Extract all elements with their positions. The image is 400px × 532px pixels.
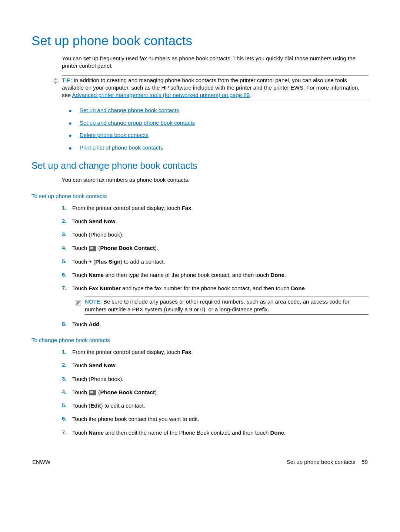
page-footer: ENWW Set up phone book contacts 59 — [31, 459, 369, 465]
step-number: 4. — [62, 389, 72, 395]
step-number: 1. — [62, 348, 72, 355]
footer-left: ENWW — [32, 459, 50, 465]
step-number: 4. — [62, 244, 72, 251]
toc-link[interactable]: Print a list of phone book contacts — [80, 144, 163, 151]
tip-text-after: . — [250, 92, 251, 98]
step-number: 7. — [62, 429, 72, 435]
bullet-dot: ● — [69, 120, 80, 127]
bullet-dot: ● — [69, 132, 80, 139]
step-text: Touch Name and then type the name of the… — [72, 271, 369, 279]
step-text: Touch (Phone Book Contact). — [72, 244, 369, 252]
toc-link[interactable]: Set up and change group phone book conta… — [80, 120, 195, 126]
tip-icon — [49, 77, 62, 86]
step-number: 3. — [62, 231, 72, 237]
phone-book-contact-icon — [89, 246, 96, 251]
tip-link[interactable]: Advanced printer management tools (for n… — [72, 92, 250, 98]
section-intro: You can store fax numbers as phone book … — [62, 176, 369, 184]
step-number: 5. — [62, 258, 72, 264]
step-text: Touch Name and then edit the name of the… — [72, 429, 369, 436]
note-callout: NOTE: Be sure to include any pauses or o… — [72, 297, 369, 315]
step-text: Touch (Phone Book Contact). — [72, 389, 369, 396]
step-text: Touch (Edit) to edit a contact. — [72, 402, 369, 409]
step-text: Touch Send Now. — [72, 218, 369, 225]
procedure-list: 1. From the printer control panel displa… — [62, 348, 369, 436]
procedure-list: 1. From the printer control panel displa… — [62, 204, 369, 328]
step-number: 6. — [62, 415, 72, 422]
svg-point-0 — [54, 79, 57, 82]
step-text: Touch (Phone book). — [72, 375, 369, 383]
step-text: Touch + (Plus Sign) to add a contact. — [72, 258, 369, 265]
note-icon — [72, 298, 85, 306]
step-number: 3. — [62, 375, 72, 382]
step-number: 8. — [62, 321, 72, 327]
procedure-heading: To set up phone book contacts — [31, 193, 369, 199]
footer-right: Set up phone book contacts 59 — [287, 459, 368, 465]
step-text: Touch Add. — [72, 321, 369, 328]
step-number: 2. — [62, 218, 72, 224]
step-number: 5. — [62, 402, 72, 408]
step-number: 6. — [62, 271, 72, 278]
note-label: NOTE: — [85, 298, 102, 305]
step-text: From the printer control panel display, … — [72, 348, 369, 356]
toc-list: ●Set up and change phone book contacts ●… — [69, 107, 369, 151]
step-number: 1. — [62, 204, 72, 211]
step-number: 2. — [62, 362, 72, 368]
toc-link[interactable]: Delete phone book contacts — [80, 132, 149, 138]
section-heading: Set up and change phone book contacts — [31, 160, 369, 171]
bullet-dot: ● — [69, 144, 80, 152]
tip-callout: TIP: In addition to creating and managin… — [49, 75, 369, 101]
step-number: 7. — [62, 285, 72, 291]
step-text: From the printer control panel display, … — [72, 204, 369, 212]
plus-icon: + — [89, 258, 92, 265]
procedure-heading: To change phone book contacts — [31, 337, 369, 343]
note-text: Be sure to include any pauses or other r… — [85, 298, 350, 312]
step-text: Touch the phone book contact that you wa… — [72, 415, 369, 423]
toc-link[interactable]: Set up and change phone book contacts — [80, 107, 179, 113]
step-text: Touch Send Now. — [72, 362, 369, 369]
page-title: Set up phone book contacts — [31, 33, 369, 48]
tip-label: TIP: — [62, 77, 72, 83]
phone-book-contact-icon — [89, 390, 96, 395]
step-text: Touch Fax Number and type the fax number… — [72, 285, 369, 292]
bullet-dot: ● — [69, 107, 80, 114]
intro-text: You can set up frequently used fax numbe… — [62, 55, 369, 70]
step-text: Touch (Phone book). — [72, 231, 369, 238]
